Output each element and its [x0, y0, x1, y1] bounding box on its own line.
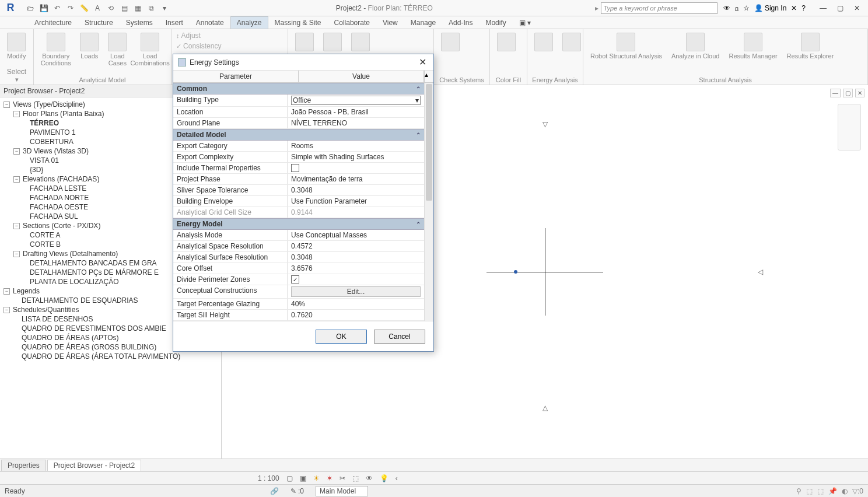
tab-extra-icon[interactable]: ▣ ▾: [513, 16, 537, 29]
sliver-space-value[interactable]: 0.3048: [288, 185, 424, 195]
worksets-icon[interactable]: 🔗: [270, 487, 279, 495]
sun-path-icon[interactable]: ☀: [313, 474, 320, 482]
cancel-button[interactable]: Cancel: [374, 330, 425, 344]
tab-insert[interactable]: Insert: [159, 16, 190, 29]
select-links-icon[interactable]: ⬚: [806, 487, 813, 495]
load-combinations-button[interactable]: Load Combinations: [134, 32, 166, 68]
tab-massing-site[interactable]: Massing & Site: [268, 16, 328, 29]
results-manager-button[interactable]: Results Manager: [726, 32, 779, 61]
drag-elements-icon[interactable]: ▽:0: [852, 487, 863, 495]
project-phase-value[interactable]: Movimentação de terra: [288, 174, 424, 184]
hide-isolate-icon[interactable]: 👁: [366, 474, 373, 482]
keynote-icon[interactable]: ⩍: [735, 4, 738, 12]
signin-button[interactable]: 👤 Sign In: [754, 4, 787, 12]
export-complexity-value[interactable]: Simple with Shading Surfaces: [288, 152, 424, 162]
conceptual-edit-button[interactable]: Edit...: [291, 286, 421, 297]
select-pinned-icon[interactable]: 📌: [828, 487, 837, 495]
minimize-button[interactable]: —: [820, 4, 827, 12]
exchange-icon[interactable]: ✕: [791, 4, 797, 12]
app-icon[interactable]: R: [0, 0, 21, 16]
analyze-cloud-button[interactable]: Analyze in Cloud: [669, 32, 722, 61]
select-face-icon[interactable]: ◐: [842, 487, 848, 495]
loads-button[interactable]: Loads: [78, 32, 101, 61]
text-icon[interactable]: A: [92, 2, 103, 14]
main-model-selector[interactable]: Main Model: [316, 486, 368, 496]
crop-region-icon[interactable]: ⬚: [352, 474, 359, 482]
shadows-icon[interactable]: ✶: [327, 474, 332, 482]
switch-windows-icon[interactable]: ⧉: [145, 2, 157, 14]
vp-close-icon[interactable]: ✕: [855, 89, 864, 97]
core-offset-value[interactable]: 3.6576: [288, 263, 424, 274]
building-type-select[interactable]: Office▾: [288, 94, 424, 106]
redo-icon[interactable]: ↷: [65, 2, 76, 14]
zones-button[interactable]: [321, 32, 344, 52]
undo-icon[interactable]: ↶: [51, 2, 63, 14]
results-explorer-button[interactable]: Results Explorer: [785, 32, 836, 61]
tab-analyze[interactable]: Analyze: [230, 16, 268, 29]
adjust-button[interactable]: ↕ Adjust: [176, 32, 201, 40]
reveal-hidden-icon[interactable]: 💡: [380, 474, 388, 482]
color-fill-button[interactable]: [495, 32, 518, 52]
consistency-button[interactable]: ✓ Consistency: [176, 42, 221, 50]
scroll-up-icon[interactable]: ▴: [424, 71, 433, 82]
building-envelope-value[interactable]: Use Function Parameter: [288, 196, 424, 206]
ok-button[interactable]: OK: [316, 330, 367, 344]
dialog-close-button[interactable]: ✕: [416, 57, 429, 68]
analysis-mode-value[interactable]: Use Conceptual Masses: [288, 230, 424, 240]
navigation-bar[interactable]: [838, 104, 861, 150]
save-icon[interactable]: 💾: [38, 2, 50, 14]
target-glazing-value[interactable]: 40%: [288, 299, 424, 309]
ground-plane-value[interactable]: NÍVEL TERRENO: [288, 118, 424, 128]
load-cases-button[interactable]: Load Cases: [106, 32, 129, 68]
visual-style-icon[interactable]: ▣: [300, 474, 306, 482]
properties-tab[interactable]: Properties: [1, 460, 46, 471]
divide-zones-checkbox[interactable]: ✓: [288, 274, 424, 285]
run-energy-button[interactable]: [560, 32, 583, 52]
tab-manage[interactable]: Manage: [404, 16, 442, 29]
more-icon[interactable]: ‹: [396, 474, 398, 482]
surface-res-value[interactable]: 0.3048: [288, 252, 424, 262]
project-browser-tab[interactable]: Project Browser - Project2: [47, 460, 141, 471]
select-underlay-icon[interactable]: ⬚: [817, 487, 824, 495]
vp-max-icon[interactable]: ▢: [843, 89, 853, 97]
tab-view[interactable]: View: [376, 16, 404, 29]
measure-icon[interactable]: 📏: [78, 2, 90, 14]
open-icon[interactable]: 🗁: [24, 2, 36, 14]
check-systems-button[interactable]: [439, 32, 462, 52]
close-button[interactable]: ✕: [854, 4, 860, 12]
tab-addins[interactable]: Add-Ins: [442, 16, 479, 29]
search-input[interactable]: Type a keyword or phrase: [601, 2, 718, 14]
vp-min-icon[interactable]: —: [830, 89, 841, 97]
section-common[interactable]: Common⌃: [173, 83, 424, 94]
reports-button[interactable]: [349, 32, 372, 52]
target-sill-value[interactable]: 0.7620: [288, 310, 424, 320]
sync-icon[interactable]: ⟲: [105, 2, 117, 14]
export-category-value[interactable]: Rooms: [288, 141, 424, 151]
tab-annotate[interactable]: Annotate: [190, 16, 230, 29]
modify-button[interactable]: Modify: [5, 32, 28, 61]
maximize-button[interactable]: ▢: [837, 4, 844, 12]
help-icon[interactable]: ?: [802, 4, 806, 12]
detail-level-icon[interactable]: ▢: [286, 474, 293, 482]
include-thermal-checkbox[interactable]: [288, 163, 424, 173]
crop-view-icon[interactable]: ✂: [340, 474, 345, 482]
infocenter-icon[interactable]: 👁: [723, 4, 730, 12]
scale-selector[interactable]: 1 : 100: [258, 474, 279, 482]
section-energy[interactable]: Energy Model⌃: [173, 218, 424, 230]
tab-modify[interactable]: Modify: [479, 16, 512, 29]
close-hidden-icon[interactable]: ▦: [132, 2, 144, 14]
dropdown-icon[interactable]: ▾: [159, 2, 170, 14]
tab-architecture[interactable]: Architecture: [28, 16, 78, 29]
tab-structure[interactable]: Structure: [78, 16, 120, 29]
tab-systems[interactable]: Systems: [120, 16, 159, 29]
space-res-value[interactable]: 0.4572: [288, 241, 424, 251]
boundary-conditions-button[interactable]: Boundary Conditions: [38, 32, 73, 68]
section-detailed[interactable]: Detailed Model⌃: [173, 129, 424, 141]
energy-settings-button[interactable]: [532, 32, 555, 52]
filter-icon[interactable]: ⚲: [796, 487, 802, 495]
favorite-icon[interactable]: ☆: [743, 4, 750, 12]
spaces-button[interactable]: [293, 32, 316, 52]
robot-structural-button[interactable]: Robot Structural Analysis: [588, 32, 664, 61]
tab-collaborate[interactable]: Collaborate: [328, 16, 376, 29]
location-value[interactable]: João Pessoa - PB, Brasil: [288, 107, 424, 117]
